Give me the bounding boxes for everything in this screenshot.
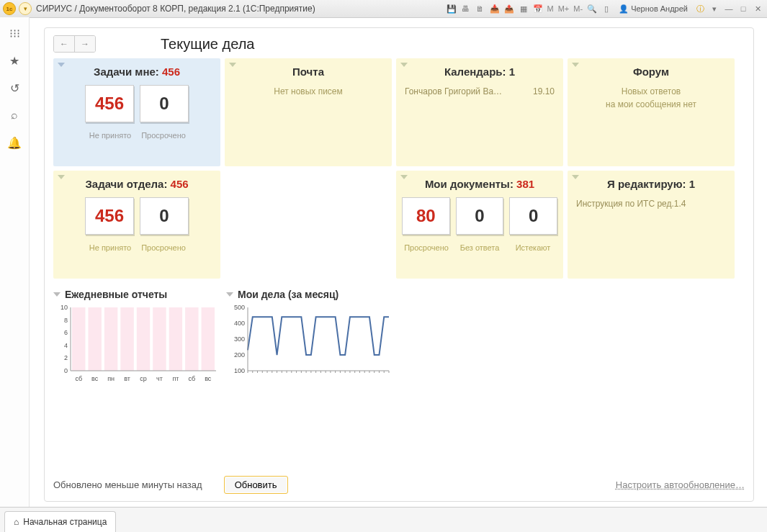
titlebar-toolbar: 💾 🖶 🗎 📥 📤 ▦ 📅 M M+ M- 🔍 ▯ 👤Чернов Андрей… <box>445 2 764 15</box>
outbox-icon[interactable]: 📤 <box>503 2 516 15</box>
nav-back-button[interactable]: ← <box>54 36 74 52</box>
app-body: ⁝⁝⁝ ★ ↺ ⌕ 🔔 ← → Текущие дела Задачи мне:… <box>0 17 767 508</box>
close-button[interactable]: ✕ <box>751 2 764 15</box>
memory-plus-button[interactable]: M+ <box>557 4 571 13</box>
stat-not-accepted[interactable]: 456 <box>85 197 134 235</box>
window-title: СИРИУС / Документооборот 8 КОРП, редакци… <box>36 4 315 14</box>
inbox-icon[interactable]: 📥 <box>488 2 501 15</box>
app-menu-dropdown-icon[interactable]: ▾ <box>19 2 32 15</box>
panel-toggle-icon[interactable]: ▯ <box>600 2 613 15</box>
main-area: ← → Текущие дела Задачи мне: 456 456 0 Н… <box>30 17 767 508</box>
editing-item[interactable]: Инструкция по ИТС ред.1.4 <box>576 199 686 209</box>
svg-text:вс: вс <box>91 375 99 382</box>
titlebar: 1c ▾ СИРИУС / Документооборот 8 КОРП, ре… <box>0 0 767 18</box>
memory-minus-button[interactable]: M- <box>572 4 584 13</box>
home-icon: ⌂ <box>14 517 19 527</box>
history-icon[interactable]: ↺ <box>7 81 22 95</box>
search-icon[interactable]: ⌕ <box>7 108 22 122</box>
print-icon[interactable]: 🖶 <box>459 2 472 15</box>
svg-rect-16 <box>153 307 166 371</box>
user-indicator[interactable]: 👤Чернов Андрей <box>614 4 692 14</box>
collapse-icon[interactable] <box>58 63 65 67</box>
svg-text:сб: сб <box>75 375 82 382</box>
user-icon: 👤 <box>619 4 629 14</box>
svg-text:вс: вс <box>205 375 212 382</box>
stat-no-reply[interactable]: 0 <box>456 197 504 235</box>
calendar-item-date: 19.10 <box>533 86 555 96</box>
stat-label: Не принято <box>86 131 134 140</box>
svg-text:чт: чт <box>156 375 163 382</box>
collapse-icon[interactable] <box>226 292 233 297</box>
bell-icon[interactable]: 🔔 <box>7 135 22 150</box>
svg-text:вт: вт <box>124 375 130 382</box>
print-preview-icon[interactable]: 🗎 <box>474 2 487 15</box>
stat-label: Без ответа <box>456 243 503 252</box>
charts-row: Ежедневные отчеты 0246810сбвспнвтсрчтптс… <box>53 289 745 384</box>
info-icon[interactable]: ⓘ <box>694 2 707 15</box>
svg-text:ср: ср <box>140 375 147 382</box>
page-title: Текущие дела <box>161 36 254 53</box>
refresh-button[interactable]: Обновить <box>224 476 288 494</box>
svg-rect-14 <box>137 307 150 371</box>
collapse-icon[interactable] <box>400 175 408 179</box>
collapse-icon[interactable] <box>400 63 408 67</box>
dropdown-icon[interactable]: ▾ <box>708 2 721 15</box>
widget-mail[interactable]: Почта Нет новых писем <box>225 58 392 166</box>
svg-text:6: 6 <box>64 329 68 336</box>
svg-rect-12 <box>120 307 133 371</box>
page-header: ← → Текущие дела <box>53 35 745 53</box>
stat-label: Просрочено <box>140 243 187 252</box>
nav-forward-button[interactable]: → <box>74 36 95 52</box>
zoom-icon[interactable]: 🔍 <box>586 2 598 15</box>
widget-title-count: 381 <box>516 178 534 190</box>
minimize-button[interactable]: — <box>722 2 735 15</box>
stat-overdue[interactable]: 0 <box>140 197 189 235</box>
chart-monthly: Мои дела (за месяц) 100200300400500 <box>226 289 392 384</box>
svg-text:пт: пт <box>172 375 179 382</box>
memory-clear-button[interactable]: M <box>546 4 555 13</box>
svg-rect-18 <box>169 307 182 371</box>
spreadsheet-icon[interactable]: ▦ <box>517 2 530 15</box>
stat-overdue[interactable]: 0 <box>140 85 189 122</box>
app-window: 1c ▾ СИРИУС / Документооборот 8 КОРП, ре… <box>0 0 767 532</box>
svg-text:8: 8 <box>64 317 68 324</box>
main-footer: Обновлено меньше минуты назад Обновить Н… <box>53 476 745 494</box>
svg-text:2: 2 <box>64 354 68 361</box>
chart-daily-reports: Ежедневные отчеты 0246810сбвспнвтсрчтптс… <box>53 289 219 384</box>
apps-icon[interactable]: ⁝⁝⁝ <box>7 26 22 40</box>
widget-title-count: 1 <box>509 66 515 78</box>
bottom-tab-label: Начальная страница <box>23 517 107 527</box>
widget-sub-line: на мои сообщения нет <box>606 99 696 109</box>
svg-text:200: 200 <box>234 351 245 359</box>
collapse-icon[interactable] <box>572 175 579 179</box>
collapse-icon[interactable] <box>58 175 65 179</box>
collapse-icon[interactable] <box>572 63 579 67</box>
widget-title-count: 456 <box>162 66 180 78</box>
chart-title: Мои дела (за месяц) <box>238 289 338 300</box>
calendar-item-name[interactable]: Гончаров Григорий Ва… <box>405 86 502 96</box>
widget-title-text: Календарь: <box>444 66 506 78</box>
status-text: Обновлено меньше минуты назад <box>53 479 202 490</box>
svg-rect-10 <box>104 307 117 371</box>
stat-not-accepted[interactable]: 456 <box>85 85 134 122</box>
collapse-icon[interactable] <box>53 292 60 297</box>
svg-text:100: 100 <box>234 367 245 374</box>
stat-label: Просрочено <box>140 131 187 140</box>
widget-my-tasks[interactable]: Задачи мне: 456 456 0 Не принято Просроч… <box>53 58 220 166</box>
stat-overdue[interactable]: 80 <box>402 197 450 235</box>
bottom-tab-home[interactable]: ⌂ Начальная страница <box>4 511 116 532</box>
calendar-icon[interactable]: 📅 <box>531 2 544 15</box>
collapse-icon[interactable] <box>229 63 236 67</box>
maximize-button[interactable]: □ <box>737 2 750 15</box>
svg-text:0: 0 <box>64 367 68 374</box>
save-icon[interactable]: 💾 <box>445 2 458 15</box>
svg-text:300: 300 <box>234 335 245 343</box>
stat-expiring[interactable]: 0 <box>509 197 557 235</box>
widget-my-docs[interactable]: Мои документы: 381 80 0 0 Просрочено Без… <box>396 171 563 279</box>
widget-dept-tasks[interactable]: Задачи отдела: 456 456 0 Не принято Прос… <box>53 171 220 279</box>
auto-refresh-settings-link[interactable]: Настроить автообновление… <box>616 479 745 490</box>
widget-calendar[interactable]: Календарь: 1 Гончаров Григорий Ва… 19.10 <box>396 58 563 166</box>
widget-forum[interactable]: Форум Новых ответовна мои сообщения нет <box>568 58 735 166</box>
star-icon[interactable]: ★ <box>7 53 22 68</box>
widget-editing[interactable]: Я редактирую: 1 Инструкция по ИТС ред.1.… <box>568 171 735 279</box>
